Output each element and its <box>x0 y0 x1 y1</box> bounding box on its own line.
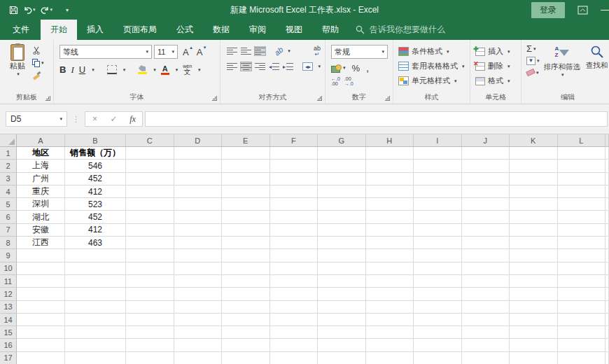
cell-B17[interactable] <box>65 352 126 364</box>
cell-B11[interactable] <box>65 275 126 288</box>
cell-K9[interactable] <box>510 249 558 262</box>
cell-G15[interactable] <box>318 326 366 339</box>
orientation-dropdown-icon[interactable]: ▾ <box>288 48 290 54</box>
cell-A13[interactable] <box>17 301 65 314</box>
column-header-sliver[interactable] <box>606 134 609 147</box>
increase-decimal-button[interactable]: ←.0 .00 <box>331 76 340 86</box>
cell-I7[interactable] <box>414 224 462 237</box>
cell-E13[interactable] <box>222 301 270 314</box>
cell-F4[interactable] <box>270 186 318 198</box>
cell-H16[interactable] <box>366 339 414 351</box>
font-color-button[interactable]: A <box>161 65 169 75</box>
cell-C5[interactable] <box>126 198 174 211</box>
cell-A3[interactable]: 广州 <box>17 173 65 186</box>
fill-color-dropdown-icon[interactable]: ▾ <box>153 67 156 73</box>
cell-L4[interactable] <box>558 186 606 198</box>
cell-D1[interactable] <box>174 147 223 160</box>
alignment-dialog-launcher[interactable] <box>317 96 322 101</box>
undo-dropdown-icon[interactable]: ▾ <box>33 7 36 13</box>
cell-L17[interactable] <box>558 352 606 364</box>
cell-I2[interactable] <box>414 160 462 172</box>
cell-D2[interactable] <box>174 160 223 172</box>
merge-dropdown-icon[interactable]: ▾ <box>318 64 321 69</box>
column-header-D[interactable]: D <box>174 134 223 147</box>
cell-C10[interactable] <box>126 262 174 275</box>
cell-G14[interactable] <box>318 314 366 326</box>
cell-D8[interactable] <box>174 237 223 249</box>
select-all-corner[interactable] <box>0 134 17 147</box>
cell-G4[interactable] <box>318 186 366 198</box>
cell-E15[interactable] <box>222 326 270 339</box>
cell-F8[interactable] <box>270 237 318 249</box>
cell-A15[interactable] <box>17 326 65 339</box>
cell-G10[interactable] <box>318 262 366 275</box>
cell-B16[interactable] <box>65 339 126 351</box>
cell-A9[interactable] <box>17 249 65 262</box>
cell-D6[interactable] <box>174 211 223 223</box>
column-header-E[interactable]: E <box>222 134 270 147</box>
column-header-F[interactable]: F <box>270 134 318 147</box>
cell-B6[interactable]: 452 <box>65 211 126 223</box>
cell-B13[interactable] <box>65 301 126 314</box>
increase-font-size-button[interactable]: A▴ <box>180 47 192 57</box>
cell-H4[interactable] <box>366 186 414 198</box>
cell-B15[interactable] <box>65 326 126 339</box>
cell-K16[interactable] <box>510 339 558 351</box>
cell-D3[interactable] <box>174 173 223 186</box>
percent-style-button[interactable]: % <box>352 63 360 74</box>
conditional-formatting-button[interactable]: 条件格式 ▾ <box>398 44 467 59</box>
cell-G1[interactable] <box>318 147 366 160</box>
save-button[interactable] <box>7 2 20 18</box>
cell-I8[interactable] <box>414 237 462 249</box>
row-header-17[interactable]: 17 <box>0 352 17 364</box>
cell-F13[interactable] <box>270 301 318 314</box>
cell-M11[interactable] <box>606 275 609 288</box>
cell-G6[interactable] <box>318 211 366 223</box>
cell-C6[interactable] <box>126 211 174 223</box>
cell-K3[interactable] <box>510 173 558 186</box>
cell-J8[interactable] <box>462 237 510 249</box>
cell-G7[interactable] <box>318 224 366 237</box>
cell-F3[interactable] <box>270 173 318 186</box>
align-bottom-icon[interactable] <box>255 47 265 55</box>
cell-L9[interactable] <box>558 249 606 262</box>
name-box[interactable]: D5 ▾ <box>6 111 67 127</box>
cell-B8[interactable]: 463 <box>65 237 126 249</box>
cell-E6[interactable] <box>222 211 270 223</box>
tab-审阅[interactable]: 审阅 <box>239 20 276 40</box>
borders-dropdown-icon[interactable]: ▾ <box>123 67 126 73</box>
cell-M6[interactable] <box>606 211 609 223</box>
cell-L6[interactable] <box>558 211 606 223</box>
cell-F10[interactable] <box>270 262 318 275</box>
cell-C17[interactable] <box>126 352 174 364</box>
cell-E14[interactable] <box>222 314 270 326</box>
cell-C8[interactable] <box>126 237 174 249</box>
cell-F16[interactable] <box>270 339 318 351</box>
cell-G16[interactable] <box>318 339 366 351</box>
cell-E3[interactable] <box>222 173 270 186</box>
row-header-5[interactable]: 5 <box>0 198 17 211</box>
tab-数据[interactable]: 数据 <box>203 20 239 40</box>
cell-L7[interactable] <box>558 224 606 237</box>
cell-L12[interactable] <box>558 288 606 300</box>
column-header-H[interactable]: H <box>366 134 414 147</box>
phonetic-dropdown-icon[interactable]: ▾ <box>198 67 201 73</box>
cell-K2[interactable] <box>510 160 558 172</box>
cell-A7[interactable]: 安徽 <box>17 224 65 237</box>
cell-J14[interactable] <box>462 314 510 326</box>
cell-F7[interactable] <box>270 224 318 237</box>
cell-I5[interactable] <box>414 198 462 211</box>
format-painter-button[interactable] <box>32 70 44 80</box>
cell-B12[interactable] <box>65 288 126 300</box>
cell-B5[interactable]: 523 <box>65 198 126 211</box>
font-color-dropdown-icon[interactable]: ▾ <box>176 67 178 73</box>
cell-M2[interactable] <box>606 160 609 172</box>
column-header-C[interactable]: C <box>126 134 174 147</box>
insert-function-icon[interactable]: fx <box>123 114 142 125</box>
cell-I1[interactable] <box>414 147 462 160</box>
cell-A16[interactable] <box>17 339 65 351</box>
row-header-3[interactable]: 3 <box>0 173 17 186</box>
cell-B14[interactable] <box>65 314 126 326</box>
number-format-select[interactable]: 常规 ▾ <box>331 45 388 59</box>
cell-K8[interactable] <box>510 237 558 249</box>
